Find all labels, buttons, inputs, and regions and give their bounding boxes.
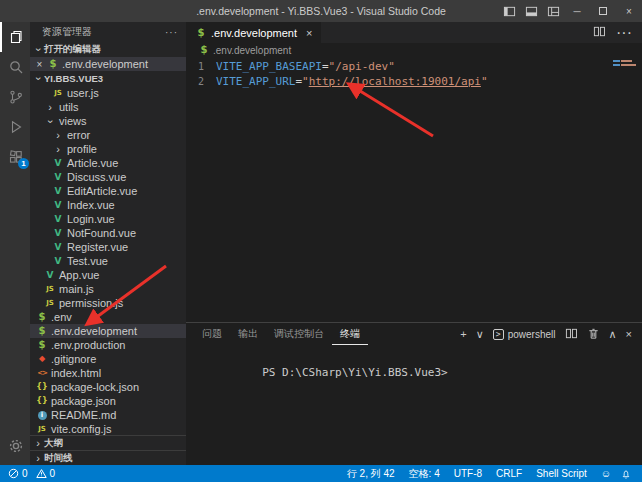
code-token: http://localhost:19001/api <box>309 75 481 88</box>
status-icons: ☺ <box>601 468 632 480</box>
outline-header[interactable]: › 大纲 <box>30 435 186 450</box>
timeline-header[interactable]: › 时间线 <box>30 450 186 465</box>
status-eol[interactable]: CRLF <box>496 468 522 479</box>
panel-tab-debug-console[interactable]: 调试控制台 <box>266 323 332 345</box>
extensions-icon[interactable]: 1 <box>0 142 30 172</box>
tree-item-label: package-lock.json <box>51 381 139 393</box>
tree-item-.gitignore[interactable]: ◆.gitignore <box>30 352 186 366</box>
tree-item-error[interactable]: ›error <box>30 128 186 142</box>
panel-tab-output[interactable]: 输出 <box>230 323 266 345</box>
tree-item-EditArticle.vue[interactable]: VEditArticle.vue <box>30 184 186 198</box>
source-control-icon[interactable] <box>0 82 30 112</box>
code-token: = <box>295 75 302 88</box>
titlebar-actions: ─ × <box>498 0 642 22</box>
env-file-icon: $ <box>36 326 48 336</box>
tree-item-Article.vue[interactable]: VArticle.vue <box>30 156 186 170</box>
vue-file-icon: V <box>52 229 64 238</box>
close-window-button[interactable]: × <box>616 0 642 22</box>
bottom-panel: 问题输出调试控制台终端 + ∨ > powershell <box>186 322 642 465</box>
status-cursor-position[interactable]: 行 2, 列 42 <box>347 467 395 481</box>
toggle-sidebar-icon[interactable] <box>498 0 520 22</box>
more-actions-icon[interactable]: ··· <box>616 24 632 42</box>
tree-item-index.html[interactable]: <>index.html <box>30 366 186 380</box>
notifications-bell-icon[interactable] <box>620 468 632 480</box>
terminal-instance-label: powershell <box>508 329 556 340</box>
split-terminal-icon[interactable] <box>565 327 578 342</box>
close-panel-icon[interactable]: × <box>626 329 632 340</box>
tree-item-Discuss.vue[interactable]: VDiscuss.vue <box>30 170 186 184</box>
tab-env-development[interactable]: $ .env.development × <box>186 22 321 43</box>
terminal[interactable]: PS D:\CSharp\Yi\Yi.BBS.Vue3> <box>186 345 642 465</box>
minimize-button[interactable]: ─ <box>564 0 590 22</box>
tree-item-main.js[interactable]: JSmain.js <box>30 282 186 296</box>
settings-gear-icon[interactable] <box>0 431 30 461</box>
tab-label: .env.development <box>211 27 297 39</box>
status-encoding[interactable]: UTF-8 <box>454 468 482 479</box>
minimap[interactable] <box>613 60 639 68</box>
json-file-icon: {} <box>36 383 48 391</box>
tree-item-label: .env.development <box>51 325 137 337</box>
code-line-2: 2VITE_APP_URL="http://localhost:19001/ap… <box>186 74 642 89</box>
tree-item-label: utils <box>59 101 79 113</box>
toggle-panel-icon[interactable] <box>520 0 542 22</box>
status-language-mode[interactable]: Shell Script <box>536 468 587 479</box>
tree-item-App.vue[interactable]: VApp.vue <box>30 268 186 282</box>
problems-status[interactable]: 0 0 <box>8 468 55 479</box>
tree-item-permission.js[interactable]: JSpermission.js <box>30 296 186 310</box>
split-editor-icon[interactable] <box>593 24 606 42</box>
explorer-icon[interactable] <box>0 22 30 52</box>
tree-item-profile[interactable]: ›profile <box>30 142 186 156</box>
close-editor-icon[interactable]: × <box>35 59 44 70</box>
status-indentation[interactable]: 空格: 4 <box>409 467 440 481</box>
tree-item-.env.development[interactable]: $.env.development <box>30 324 186 338</box>
tree-item-.env.production[interactable]: $.env.production <box>30 338 186 352</box>
tree-item-label: views <box>59 115 87 127</box>
tree-item-package-lock.json[interactable]: {}package-lock.json <box>30 380 186 394</box>
search-icon[interactable] <box>0 52 30 82</box>
code-lines: 1VITE_APP_BASEAPI="/api-dev"2VITE_APP_UR… <box>186 59 642 89</box>
vue-file-icon: V <box>44 271 56 280</box>
tree-item-label: Test.vue <box>67 255 108 267</box>
title-bar: .env.development - Yi.BBS.Vue3 - Visual … <box>0 0 642 22</box>
tree-item-Register.vue[interactable]: VRegister.vue <box>30 240 186 254</box>
customize-layout-icon[interactable] <box>542 0 564 22</box>
tree-item-label: App.vue <box>59 269 99 281</box>
tree-item-Index.vue[interactable]: VIndex.vue <box>30 198 186 212</box>
run-debug-icon[interactable] <box>0 112 30 142</box>
tree-item-label: .gitignore <box>51 353 96 365</box>
more-actions-icon[interactable]: ··· <box>165 27 178 38</box>
panel-tab-terminal[interactable]: 终端 <box>332 323 368 345</box>
kill-terminal-icon[interactable] <box>587 327 600 342</box>
tree-item-NotFound.vue[interactable]: VNotFound.vue <box>30 226 186 240</box>
open-editors-header[interactable]: › 打开的编辑器 <box>30 42 186 57</box>
breadcrumb[interactable]: $ .env.development <box>186 43 642 57</box>
close-tab-icon[interactable]: × <box>306 27 312 39</box>
chevron-right-icon: › <box>52 130 64 141</box>
terminal-dropdown-icon[interactable]: ∨ <box>476 329 484 340</box>
panel-actions: + ∨ > powershell ∧ × <box>460 327 632 342</box>
tree-item-README.md[interactable]: iREADME.md <box>30 408 186 422</box>
tree-item-Test.vue[interactable]: VTest.vue <box>30 254 186 268</box>
panel-tab-problems[interactable]: 问题 <box>194 323 230 345</box>
tree-item-.env[interactable]: $.env <box>30 310 186 324</box>
terminal-icon: > <box>493 329 504 340</box>
vue-file-icon: V <box>52 257 64 266</box>
editor-actions: ··· <box>593 22 642 43</box>
code-editor[interactable]: 1VITE_APP_BASEAPI="/api-dev"2VITE_APP_UR… <box>186 57 642 322</box>
tree-item-utils[interactable]: ›utils <box>30 100 186 114</box>
vue-file-icon: V <box>52 173 64 182</box>
workspace-header[interactable]: › YI.BBS.VUE3 <box>30 71 186 86</box>
maximize-panel-icon[interactable]: ∧ <box>609 329 617 340</box>
maximize-button[interactable] <box>590 0 616 22</box>
terminal-instance-button[interactable]: > powershell <box>493 329 556 340</box>
open-editor-item[interactable]: × $ .env.development <box>30 57 186 71</box>
tree-item-package.json[interactable]: {}package.json <box>30 394 186 408</box>
tree-item-label: .env.production <box>51 339 125 351</box>
tree-item-vite.config.js[interactable]: JSvite.config.js <box>30 422 186 435</box>
tree-item-user.js[interactable]: JSuser.js <box>30 86 186 100</box>
feedback-smiley-icon[interactable]: ☺ <box>601 468 611 479</box>
vue-file-icon: V <box>52 243 64 252</box>
tree-item-Login.vue[interactable]: VLogin.vue <box>30 212 186 226</box>
new-terminal-icon[interactable]: + <box>460 329 466 340</box>
tree-item-views[interactable]: ›views <box>30 114 186 128</box>
